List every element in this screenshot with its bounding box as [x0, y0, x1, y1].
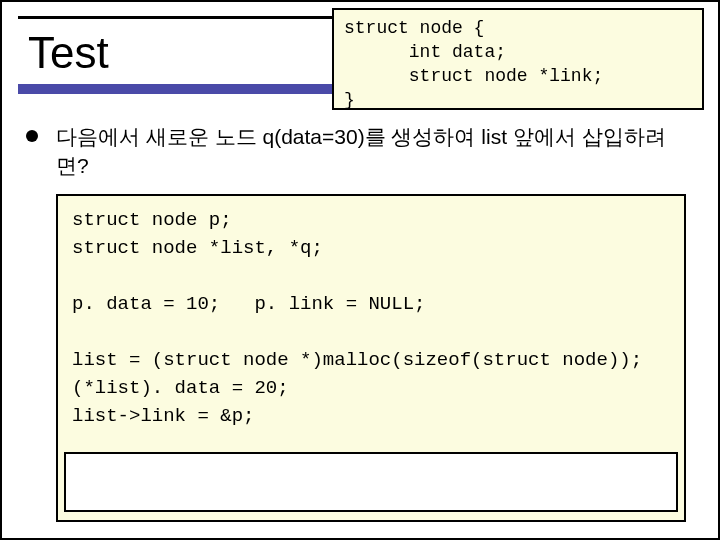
page-title: Test	[28, 28, 109, 78]
code-line-8: list->link = &p;	[72, 405, 254, 427]
code-line-4: p. data = 10; p. link = NULL;	[72, 293, 425, 315]
code-line-2: struct node *list, *q;	[72, 237, 323, 259]
code-line-6: list = (struct node *)malloc(sizeof(stru…	[72, 349, 642, 371]
answer-blank-box	[64, 452, 678, 512]
struct-line-3: struct node *link;	[344, 66, 603, 86]
struct-line-1: struct node {	[344, 18, 484, 38]
bullet-text: 다음에서 새로운 노드 q(data=30)를 생성하여 list 앞에서 삽입…	[56, 122, 690, 181]
bullet-item: 다음에서 새로운 노드 q(data=30)를 생성하여 list 앞에서 삽입…	[26, 122, 690, 181]
struct-line-4: }	[344, 90, 355, 110]
struct-line-2: int data;	[344, 42, 506, 62]
code-line-1: struct node p;	[72, 209, 232, 231]
bullet-icon	[26, 130, 38, 142]
slide: Test struct node { int data; struct node…	[0, 0, 720, 540]
struct-definition-box: struct node { int data; struct node *lin…	[332, 8, 704, 110]
code-line-7: (*list). data = 20;	[72, 377, 289, 399]
